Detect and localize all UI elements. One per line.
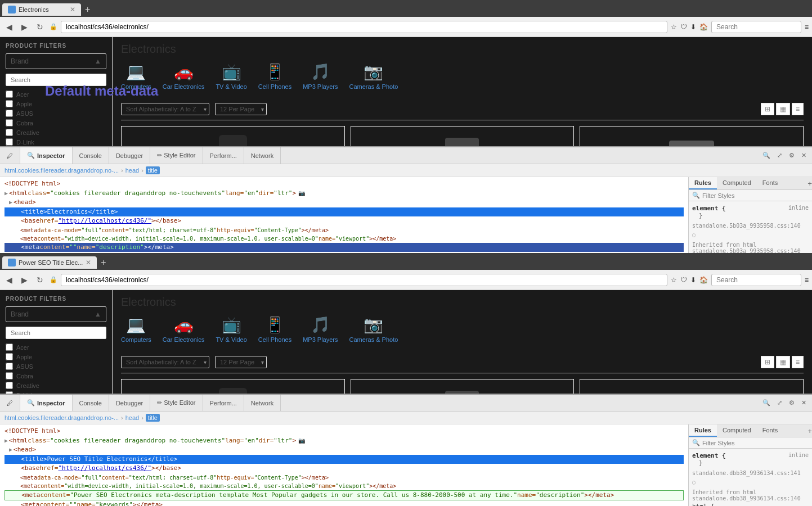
- product-card-2[interactable]: [351, 126, 575, 146]
- bottom-forward-button[interactable]: ▶: [19, 274, 30, 286]
- bottom-devtools-expand-btn[interactable]: ⤢: [775, 398, 784, 408]
- refresh-button[interactable]: ↻: [34, 21, 46, 33]
- category-cell-phones[interactable]: 📱 Cell Phones: [258, 62, 291, 90]
- bottom-inspector-tab[interactable]: 🔍 Inspector: [20, 395, 73, 411]
- bottom-brand-filter-dropdown[interactable]: Brand ▲: [6, 306, 106, 322]
- bottom-category-cameras[interactable]: 📷 Cameras & Photo: [349, 315, 398, 343]
- url-input[interactable]: [61, 21, 667, 33]
- brand-acer[interactable]: Acer: [6, 89, 106, 99]
- back-button[interactable]: ◀: [3, 21, 15, 33]
- bottom-code-line-8-green[interactable]: <meta content="Power SEO Electronics met…: [5, 490, 684, 501]
- bottom-product-card-3[interactable]: [580, 379, 804, 394]
- brand-search-input[interactable]: [6, 74, 106, 86]
- fonts-tab[interactable]: Fonts: [757, 177, 784, 189]
- bottom-menu-icon[interactable]: ≡: [805, 276, 809, 284]
- grid-large-btn[interactable]: ⊞: [761, 103, 774, 115]
- bottom-category-cell-phones[interactable]: 📱 Cell Phones: [258, 315, 291, 343]
- breadcrumb-head[interactable]: head: [125, 167, 139, 174]
- top-console-tab[interactable]: Console: [73, 147, 109, 164]
- bottom-devtools-search-btn[interactable]: 🔍: [760, 398, 773, 408]
- top-debugger-tab[interactable]: Debugger: [109, 147, 150, 164]
- bottom-devtools-settings-btn[interactable]: ⚙: [787, 398, 797, 408]
- category-car-electronics[interactable]: 🚗 Car Electronics: [163, 62, 205, 90]
- top-style-editor-tab[interactable]: ✏ Style Editor: [150, 147, 203, 164]
- brand-apple[interactable]: Apple: [6, 99, 106, 109]
- bottom-tab-active[interactable]: Power SEO Title Elec... ✕: [2, 256, 97, 269]
- bottom-brand-cobra[interactable]: Cobra: [6, 371, 106, 381]
- bottom-performance-tab[interactable]: Perform...: [203, 395, 244, 411]
- code-line-8-highlighted[interactable]: <meta content="" name="description"></me…: [5, 243, 684, 252]
- bottom-devtools-icon-pointer[interactable]: 🖊: [0, 395, 20, 411]
- expand-arrow-head[interactable]: ▶: [9, 198, 12, 206]
- bottom-product-card-2[interactable]: [351, 379, 575, 394]
- grid-small-btn[interactable]: ▦: [776, 103, 790, 115]
- bottom-code-line-4-selected[interactable]: <title>Power SEO Title Electronics</titl…: [5, 455, 684, 464]
- sort-select[interactable]: Sort Alphabetically: A to Z: [121, 103, 209, 115]
- devtools-search-btn[interactable]: 🔍: [760, 151, 773, 160]
- devtools-expand-btn[interactable]: ⤢: [775, 151, 784, 160]
- brand-cobra[interactable]: Cobra: [6, 118, 106, 128]
- bottom-category-computers[interactable]: 💻 Computers: [121, 315, 151, 343]
- bottom-debugger-tab[interactable]: Debugger: [109, 395, 150, 411]
- bottom-network-tab[interactable]: Network: [244, 395, 281, 411]
- bottom-new-tab-button[interactable]: +: [97, 257, 109, 268]
- breadcrumb-html[interactable]: html.cookies.filereader.draganddrop.no-.…: [5, 167, 119, 174]
- bottom-grid-small-btn[interactable]: ▦: [776, 356, 790, 368]
- category-cameras[interactable]: 📷 Cameras & Photo: [349, 62, 398, 90]
- devtools-icon-pointer[interactable]: 🖊: [0, 147, 20, 164]
- bottom-category-car-electronics[interactable]: 🚗 Car Electronics: [163, 315, 205, 343]
- bottom-refresh-button[interactable]: ↻: [34, 274, 46, 286]
- expand-arrow-html[interactable]: ▶: [5, 189, 8, 197]
- bottom-devtools-close-btn[interactable]: ✕: [799, 398, 809, 408]
- category-mp3[interactable]: 🎵 MP3 Players: [303, 62, 338, 90]
- bottom-fonts-tab[interactable]: Fonts: [757, 424, 784, 437]
- devtools-settings-btn[interactable]: ⚙: [787, 151, 797, 160]
- bottom-home-icon[interactable]: 🏠: [699, 276, 708, 284]
- bottom-grid-large-btn[interactable]: ⊞: [761, 356, 774, 368]
- bottom-expand-arrow-html[interactable]: ▶: [5, 436, 8, 445]
- list-btn[interactable]: ≡: [792, 103, 804, 115]
- bottom-browser-search-input[interactable]: [711, 274, 801, 286]
- star-icon[interactable]: ☆: [671, 23, 677, 31]
- menu-icon[interactable]: ≡: [805, 23, 809, 31]
- add-rule-btn[interactable]: +: [807, 177, 812, 189]
- bottom-breadcrumb-head[interactable]: head: [125, 414, 139, 421]
- bottom-console-tab[interactable]: Console: [73, 395, 109, 411]
- breadcrumb-title[interactable]: title: [146, 166, 160, 174]
- bottom-product-card-1[interactable]: [121, 379, 345, 394]
- bottom-rules-tab[interactable]: Rules: [689, 424, 717, 437]
- bottom-url-input[interactable]: [61, 274, 667, 286]
- category-tv-video[interactable]: 📺 TV & Video: [216, 62, 246, 90]
- bottom-brand-creative[interactable]: Creative: [6, 381, 106, 390]
- styles-filter-input[interactable]: [702, 192, 809, 199]
- rules-tab[interactable]: Rules: [689, 177, 717, 189]
- bottom-back-button[interactable]: ◀: [3, 274, 15, 286]
- bottom-add-rule-btn[interactable]: +: [807, 424, 812, 437]
- download-icon[interactable]: ⬇: [690, 23, 696, 31]
- bottom-download-icon[interactable]: ⬇: [690, 276, 696, 284]
- bottom-category-tv-video[interactable]: 📺 TV & Video: [216, 315, 246, 343]
- bottom-expand-arrow-head[interactable]: ▶: [9, 445, 12, 454]
- code-line-4-selected[interactable]: <title>Electronics</title>: [5, 207, 684, 217]
- brand-asus[interactable]: ASUS: [6, 109, 106, 118]
- bottom-per-page-select[interactable]: 12 Per Page: [215, 356, 267, 368]
- bottom-tab-close[interactable]: ✕: [86, 259, 91, 266]
- bottom-breadcrumb-title[interactable]: title: [146, 414, 160, 422]
- bottom-star-icon[interactable]: ☆: [671, 276, 677, 284]
- product-card-3[interactable]: [580, 126, 804, 146]
- category-computers[interactable]: 💻 Computers: [121, 62, 151, 90]
- per-page-select[interactable]: 12 Per Page: [215, 103, 267, 115]
- top-performance-tab[interactable]: Perform...: [203, 147, 244, 164]
- bottom-brand-asus[interactable]: ASUS: [6, 362, 106, 371]
- bottom-style-editor-tab[interactable]: ✏ Style Editor: [150, 395, 203, 411]
- bottom-brand-acer[interactable]: Acer: [6, 342, 106, 352]
- devtools-close-btn[interactable]: ✕: [799, 151, 809, 160]
- computed-tab[interactable]: Computed: [717, 177, 757, 189]
- top-tab-close[interactable]: ✕: [70, 6, 75, 13]
- forward-button[interactable]: ▶: [19, 21, 30, 33]
- browser-search-input[interactable]: [711, 21, 801, 33]
- home-icon[interactable]: 🏠: [699, 23, 708, 31]
- bottom-breadcrumb-html[interactable]: html.cookies.filereader.draganddrop.no-.…: [5, 414, 119, 421]
- brand-filter-dropdown[interactable]: Brand ▲: [6, 53, 106, 69]
- bottom-brand-apple[interactable]: Apple: [6, 352, 106, 362]
